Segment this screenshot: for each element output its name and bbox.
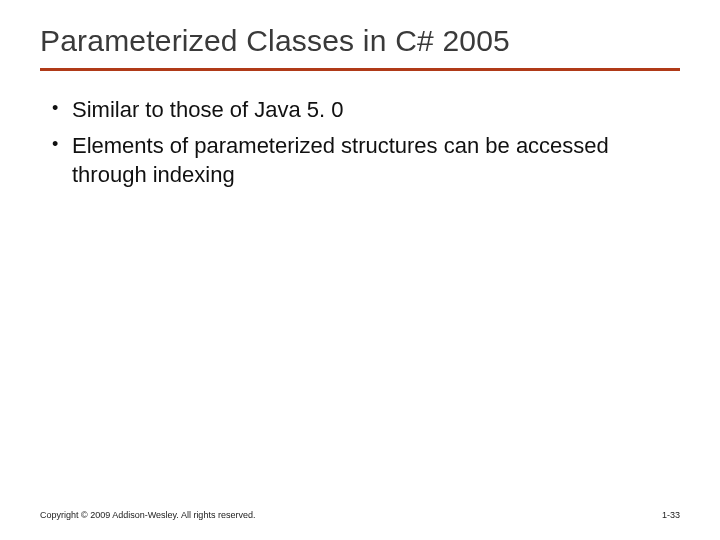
footer-page-number: 1-33 [662, 510, 680, 520]
slide-title: Parameterized Classes in C# 2005 [40, 24, 680, 58]
bullet-list: Similar to those of Java 5. 0 Elements o… [50, 95, 680, 190]
slide: Parameterized Classes in C# 2005 Similar… [0, 0, 720, 540]
title-divider [40, 68, 680, 71]
slide-body: Similar to those of Java 5. 0 Elements o… [40, 95, 680, 190]
bullet-item: Elements of parameterized structures can… [50, 131, 680, 190]
footer-copyright: Copyright © 2009 Addison-Wesley. All rig… [40, 510, 255, 520]
bullet-item: Similar to those of Java 5. 0 [50, 95, 680, 125]
